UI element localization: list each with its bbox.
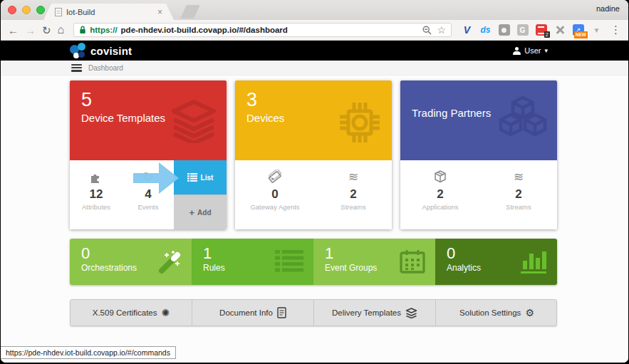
certificate-icon: ✺ (162, 308, 170, 318)
extension-v-icon[interactable]: V (461, 24, 473, 36)
card-device-templates-header[interactable]: 5 Device Templates (70, 80, 227, 160)
puzzle-icon (70, 169, 123, 184)
chip-icon (336, 99, 383, 146)
extension-new-icon[interactable]: NEW (572, 24, 584, 36)
tab-title: Iot-Build (66, 8, 153, 16)
document-info-label: Document Info (219, 308, 273, 317)
extension-circle-icon[interactable] (498, 24, 510, 36)
bookmark-star-icon[interactable]: ☆ (437, 25, 446, 35)
extension-scissors-icon[interactable] (553, 24, 566, 36)
list-icon (275, 249, 303, 272)
card-trading-partners-stats: 2 Applications ≋ 2 Streams (400, 160, 557, 229)
profile-name: nadine (596, 4, 620, 13)
browser-toolbar: ← → ↻ ⌂ https:// pde-nhdev.iot-build.cov… (1, 20, 628, 41)
chevron-down-icon: ▾ (544, 47, 548, 54)
https-lock-icon (79, 26, 86, 34)
url-text: pde-nhdev.iot-build.covapp.io/#/dashboar… (121, 26, 420, 34)
extension-g-icon[interactable]: G (516, 24, 529, 36)
footer-buttons-row: X.509 Certificates ✺ Document Info Deliv… (70, 299, 557, 326)
list-icon (187, 173, 197, 182)
cubes-icon (497, 96, 549, 142)
magic-wand-icon (156, 249, 182, 275)
streams-label: Streams (315, 203, 392, 211)
app-header: covisint User ▾ (1, 41, 628, 61)
extension-ds-icon[interactable]: ds (479, 24, 492, 36)
annotation-arrow (133, 162, 179, 194)
solution-settings-label: Solution Settings (459, 308, 521, 317)
browser-menu-icon[interactable]: ⋮ (610, 24, 621, 36)
solution-settings-button[interactable]: Solution Settings ⚙ (436, 300, 557, 326)
user-menu-label: User (524, 46, 541, 55)
layers-icon (170, 99, 218, 143)
dashboard-content: 5 Device Templates (1, 76, 628, 363)
card-devices-header[interactable]: 3 Devices (235, 80, 392, 160)
tile-event-groups[interactable]: 1 Event Groups (313, 239, 435, 285)
forward-icon[interactable]: → (25, 25, 36, 36)
plus-icon: + (189, 207, 194, 218)
close-window-button[interactable] (8, 6, 16, 14)
home-icon[interactable]: ⌂ (58, 24, 65, 36)
stat-attributes: 12 Attributes (70, 169, 123, 211)
applications-label: Applications (400, 203, 480, 211)
extension-badge-count: 2 (544, 31, 550, 38)
gateway-agents-value: 0 (235, 187, 315, 202)
address-bar[interactable]: https:// pde-nhdev.iot-build.covapp.io/#… (73, 23, 452, 37)
package-icon (400, 169, 480, 184)
brand[interactable]: covisint (70, 41, 132, 61)
tile-analytics[interactable]: 0 Analytics (435, 239, 557, 285)
delivery-templates-button[interactable]: Delivery Templates (314, 300, 436, 326)
streams-label: Streams (480, 203, 557, 211)
list-button[interactable]: List (174, 160, 227, 194)
maximize-window-button[interactable] (36, 6, 45, 14)
minimize-window-button[interactable] (22, 6, 31, 14)
hamburger-menu-icon[interactable] (71, 64, 82, 72)
events-label: Events (123, 203, 174, 211)
new-tab-button[interactable] (180, 5, 200, 19)
browser-window: Iot-Build × nadine ← → ↻ ⌂ https:// pde-… (1, 0, 628, 363)
extensions-strip: V ds G 2 NEW ▼ ⋮ (461, 24, 621, 36)
document-info-button[interactable]: Document Info (192, 300, 314, 326)
waves-icon: ≋ (480, 169, 557, 184)
url-scheme: https:// (90, 26, 117, 34)
titlebar: Iot-Build × nadine (1, 0, 628, 20)
breadcrumb[interactable]: Dashboard (88, 64, 123, 72)
zoom-out-icon[interactable] (422, 26, 432, 35)
tab-close-icon[interactable]: × (157, 7, 162, 17)
applications-value: 2 (400, 187, 480, 202)
streams-value: 2 (480, 187, 557, 202)
document-icon (277, 307, 286, 318)
window-controls (8, 6, 45, 14)
add-button[interactable]: + Add (174, 194, 227, 229)
x509-certificates-label: X.509 Certificates (93, 308, 157, 317)
stacked-layers-icon (405, 308, 417, 318)
user-menu[interactable]: User ▾ (513, 41, 548, 61)
extension-caret-icon[interactable]: ▼ (591, 24, 603, 36)
back-icon[interactable]: ← (8, 25, 19, 36)
gateway-agents-label: Gateway Agents (235, 203, 315, 211)
attributes-label: Attributes (70, 203, 123, 211)
user-icon (513, 47, 521, 55)
delivery-templates-label: Delivery Templates (332, 308, 401, 317)
card-devices-stats: 0 Gateway Agents ≋ 2 Streams (235, 160, 392, 229)
list-button-label: List (201, 174, 214, 182)
nav-bar: Dashboard (1, 61, 628, 76)
extension-new-badge: NEW (574, 31, 588, 38)
card-device-templates[interactable]: 5 Device Templates (70, 80, 227, 229)
tile-rules[interactable]: 1 Rules (192, 239, 313, 285)
browser-tab[interactable]: Iot-Build × (43, 4, 174, 20)
stat-gateway-agents: 0 Gateway Agents (235, 169, 315, 211)
calendar-icon (400, 249, 425, 274)
extension-list-red-icon[interactable]: 2 (535, 24, 547, 36)
card-devices[interactable]: 3 Devices (235, 80, 392, 229)
reload-icon[interactable]: ↻ (42, 25, 51, 36)
tile-orchestrations[interactable]: 0 Orchestrations (70, 239, 192, 285)
waves-icon: ≋ (315, 169, 392, 184)
card-trading-partners-header[interactable]: Trading Partners (400, 80, 557, 160)
stat-streams-partners: ≋ 2 Streams (480, 169, 557, 211)
card-trading-partners[interactable]: Trading Partners (400, 80, 557, 229)
stat-applications: 2 Applications (400, 169, 480, 211)
x509-certificates-button[interactable]: X.509 Certificates ✺ (71, 300, 192, 326)
attributes-value: 12 (70, 187, 123, 202)
brand-name: covisint (90, 45, 132, 57)
card-actions: List + Add (174, 160, 227, 229)
